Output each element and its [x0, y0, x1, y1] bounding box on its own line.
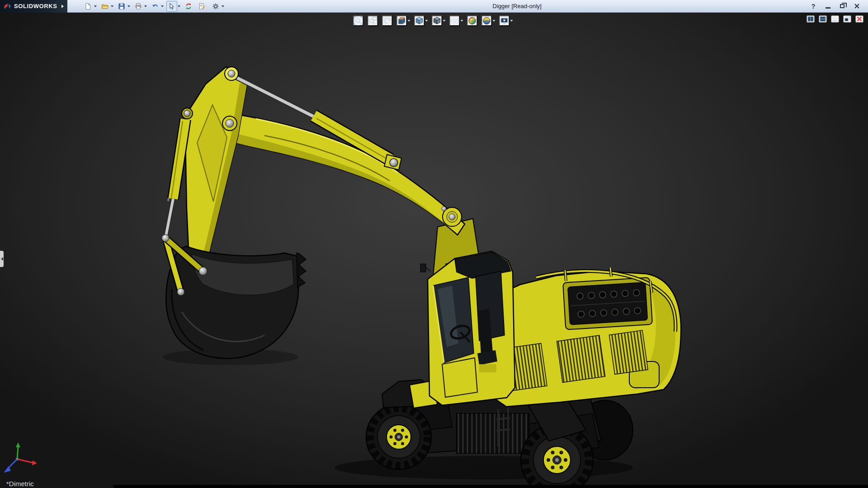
display-style-dropdown-caret[interactable] [443, 20, 446, 22]
engine-hood[interactable] [563, 277, 652, 330]
menu-flyout-arrow-icon[interactable] [61, 5, 64, 8]
section-view-dropdown-caret[interactable] [408, 20, 410, 22]
zoom-to-fit-button[interactable] [353, 15, 364, 26]
bucket-teeth [297, 253, 306, 287]
standard-toolbar [83, 1, 226, 12]
solidworks-logo[interactable]: SOLIDWORKS [0, 0, 67, 13]
save-button[interactable] [116, 1, 127, 12]
close-icon [854, 3, 860, 9]
help-button[interactable]: ? [808, 2, 818, 11]
file-properties-icon [198, 3, 206, 10]
hide-show-items-button[interactable] [449, 15, 460, 26]
select-dropdown-caret[interactable] [178, 5, 180, 7]
model-scene[interactable] [0, 13, 868, 488]
save-icon [118, 3, 125, 10]
split-view-right-icon [820, 16, 826, 22]
bucket[interactable] [166, 246, 306, 358]
close-child-button[interactable] [855, 15, 863, 23]
restore-child-button[interactable] [843, 15, 851, 23]
edit-appearance-sphere-icon [468, 16, 477, 25]
document-window-controls [807, 15, 863, 23]
reference-triad[interactable] [4, 442, 37, 473]
orientation-label: *Dimetric [6, 480, 34, 488]
view-orientation-cube-icon [415, 16, 424, 25]
close-button[interactable] [852, 2, 862, 11]
section-view-button[interactable] [396, 15, 407, 26]
previous-view-icon [383, 16, 392, 25]
zoom-to-area-button[interactable] [368, 15, 378, 26]
dassault-logo-icon [3, 3, 12, 10]
cab[interactable] [420, 251, 515, 405]
print-button[interactable] [133, 1, 144, 12]
split-view-right-button[interactable] [819, 15, 827, 23]
new-document-dropdown-caret[interactable] [94, 5, 97, 7]
restore-child-icon [844, 16, 850, 22]
restore-icon [840, 4, 844, 8]
open-dropdown-caret[interactable] [111, 5, 113, 7]
select-button[interactable] [166, 1, 177, 12]
rebuild-button[interactable] [183, 1, 194, 12]
close-child-icon [856, 16, 863, 22]
section-view-icon [397, 16, 406, 25]
triad-y-axis [16, 442, 20, 447]
view-orientation-button[interactable] [414, 15, 425, 26]
front-wheel[interactable] [366, 404, 431, 469]
select-cursor-icon [168, 3, 175, 10]
restore-button[interactable] [837, 2, 847, 11]
titlebar: SOLIDWORKS [0, 0, 868, 13]
undo-button[interactable] [150, 1, 160, 12]
new-document-button[interactable] [83, 1, 94, 12]
heads-up-view-toolbar [353, 15, 515, 26]
apply-scene-button[interactable] [481, 15, 492, 26]
undo-icon [151, 3, 159, 10]
apply-scene-sphere-icon [482, 16, 491, 25]
solidworks-window: SOLIDWORKS [0, 0, 868, 488]
options-gear-icon [212, 3, 219, 10]
zoom-to-fit-icon [354, 16, 363, 25]
save-dropdown-caret[interactable] [127, 5, 130, 7]
hide-show-items-glasses-icon [450, 16, 459, 25]
file-properties-button[interactable] [197, 1, 208, 12]
hide-show-items-dropdown-caret[interactable] [461, 20, 463, 22]
undo-dropdown-caret[interactable] [161, 5, 164, 7]
new-document-icon [85, 3, 92, 10]
minimize-icon [826, 7, 830, 9]
view-settings-button[interactable] [499, 15, 510, 26]
previous-view-button[interactable] [382, 15, 393, 26]
window-title: Digger [Read-only] [226, 3, 808, 9]
window-controls: ? [808, 2, 868, 11]
split-view-left-button[interactable] [807, 15, 815, 23]
mirror [420, 264, 426, 272]
view-orientation-dropdown-caret[interactable] [425, 20, 428, 22]
display-style-button[interactable] [432, 15, 443, 26]
options-dropdown-caret[interactable] [222, 5, 224, 7]
print-icon [135, 3, 142, 10]
display-style-icon [433, 16, 442, 25]
open-folder-icon [101, 3, 108, 10]
minimize-child-icon [832, 16, 838, 22]
minimize-button[interactable] [823, 2, 833, 11]
bucket-cylinder[interactable] [165, 119, 185, 238]
zoom-to-area-icon [368, 16, 377, 25]
view-settings-icon [500, 16, 509, 25]
print-dropdown-caret[interactable] [144, 5, 147, 7]
options-button[interactable] [210, 1, 221, 12]
apply-scene-dropdown-caret[interactable] [493, 20, 495, 22]
view-settings-dropdown-caret[interactable] [510, 20, 513, 22]
minimize-child-button[interactable] [831, 15, 839, 23]
status-strip [113, 485, 868, 488]
stick-arm[interactable] [185, 67, 247, 274]
brand-text: SOLIDWORKS [14, 3, 57, 9]
triad-x-axis [32, 460, 37, 465]
split-view-left-icon [807, 16, 814, 22]
edit-appearance-button[interactable] [467, 15, 478, 26]
feature-panel-collapse-handle[interactable] [0, 251, 4, 267]
rebuild-icon [185, 3, 192, 10]
graphics-viewport[interactable]: *Dimetric [0, 13, 868, 488]
open-button[interactable] [99, 1, 110, 12]
